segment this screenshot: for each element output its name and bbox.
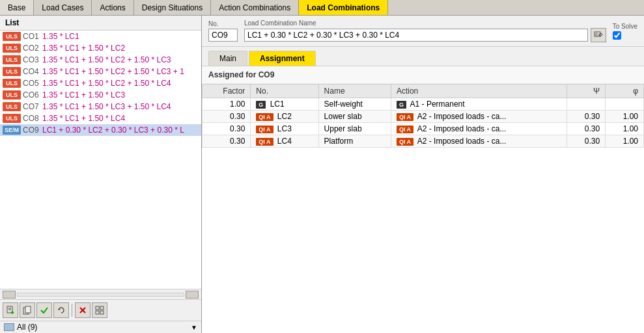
tab-action-combinations[interactable]: Action Combinations [211, 0, 299, 15]
tab-actions[interactable]: Actions [92, 0, 133, 15]
list-item[interactable]: ULS CO3 1.35 * LC1 + 1.50 * LC2 + 1.50 *… [0, 54, 201, 66]
psi-cell: 0.30 [567, 135, 606, 148]
left-toolbar [0, 299, 201, 321]
action-cell: QI A A2 - Imposed loads - ca... [391, 111, 567, 123]
list-item[interactable]: ULS CO2 1.35 * LC1 + 1.50 * LC2 [0, 42, 201, 54]
no-label: No. [208, 20, 238, 27]
co-label: CO4 [23, 67, 41, 76]
co-label: CO1 [23, 32, 41, 41]
badge-uls: ULS [3, 90, 21, 100]
col-header-action: Action [391, 85, 567, 98]
list-item[interactable]: ULS CO4 1.35 * LC1 + 1.50 * LC2 + 1.50 *… [0, 66, 201, 77]
table-row[interactable]: 0.30 QI A LC2 Lower slab QI A A2 - Impos… [203, 111, 644, 123]
co-formula: 1.35 * LC1 + 1.50 * LC4 [42, 114, 125, 123]
list-item[interactable]: ULS CO1 1.35 * LC1 [0, 31, 201, 42]
table-row[interactable]: 0.30 QI A LC3 Upper slab QI A A2 - Impos… [203, 123, 644, 135]
svg-rect-10 [96, 306, 99, 310]
combination-name-value[interactable]: LC1 + 0.30 * LC2 + 0.30 * LC3 + 0.30 * L… [244, 29, 588, 42]
no-field-group: No. CO9 [208, 20, 238, 42]
psi-cell: 0.30 [567, 111, 606, 123]
sub-tab-main[interactable]: Main [208, 51, 247, 66]
factor-cell: 1.00 [203, 98, 251, 111]
col-header-name: Name [318, 85, 391, 98]
svg-rect-12 [96, 311, 99, 314]
copy-item-btn[interactable] [20, 302, 35, 318]
co-formula: 1.35 * LC1 + 1.50 * LC2 [42, 44, 125, 53]
co-label: CO3 [23, 55, 41, 64]
top-section: No. CO9 Load Combination Name LC1 + 0.30… [202, 16, 644, 47]
toolbar-separator [72, 304, 72, 317]
delete-btn[interactable] [75, 302, 91, 318]
badge-uls: ULS [3, 102, 21, 111]
svg-rect-13 [100, 311, 104, 314]
refresh-btn[interactable] [53, 302, 69, 318]
left-panel: List ULS CO1 1.35 * LC1 ULS CO2 1.35 * L… [0, 16, 202, 333]
list-item[interactable]: ULS CO8 1.35 * LC1 + 1.50 * LC4 [0, 113, 201, 124]
badge-uls: ULS [3, 79, 21, 88]
badge-uls: ULS [3, 114, 21, 123]
assignment-table-container: Factor No. Name Action Ψ φ 1.00 G LC [202, 84, 644, 333]
combination-name-field-group: Load Combination Name LC1 + 0.30 * LC2 +… [244, 20, 606, 42]
list-item-selected[interactable]: SE/M CO9 LC1 + 0.30 * LC2 + 0.30 * LC3 +… [0, 124, 201, 136]
badge-uls: ULS [3, 67, 21, 76]
co-label: CO5 [23, 79, 41, 88]
co-formula: LC1 + 0.30 * LC2 + 0.30 * LC3 + 0.30 * L [42, 126, 184, 135]
lc-badge-g: G [256, 101, 266, 109]
phi-cell [606, 98, 644, 111]
to-solve-checkbox[interactable] [613, 31, 621, 40]
name-cell: Self-weight [318, 98, 391, 111]
left-scrollbar[interactable] [0, 289, 201, 299]
badge-uls: ULS [3, 44, 21, 53]
action-cell: QI A A2 - Imposed loads - ca... [391, 135, 567, 148]
factor-cell: 0.30 [203, 135, 251, 148]
table-row[interactable]: 1.00 G LC1 Self-weight G A1 - Permanent [203, 98, 644, 111]
svg-rect-6 [25, 306, 31, 313]
tab-load-cases[interactable]: Load Cases [34, 0, 92, 15]
badge-sem: SE/M [3, 126, 21, 135]
co-formula: 1.35 * LC1 + 1.50 * LC2 + 1.50 * LC3 [42, 55, 171, 64]
col-header-no: No. [251, 85, 318, 98]
col-header-phi: φ [606, 85, 644, 98]
factor-cell: 0.30 [203, 111, 251, 123]
right-panel: No. CO9 Load Combination Name LC1 + 0.30… [202, 16, 644, 333]
tab-load-combinations[interactable]: Load Combinations [299, 0, 388, 15]
lc-cell: QI A LC3 [251, 123, 318, 135]
co-label: CO6 [23, 90, 41, 100]
check-btn[interactable] [36, 302, 52, 318]
sub-tab-assignment[interactable]: Assignment [249, 51, 316, 66]
lc-cell: QI A LC4 [251, 135, 318, 148]
phi-cell: 1.00 [606, 123, 644, 135]
psi-cell [567, 98, 606, 111]
phi-cell: 1.00 [606, 135, 644, 148]
list-item[interactable]: ULS CO6 1.35 * LC1 + 1.50 * LC3 [0, 89, 201, 101]
lc-badge-qia: QI A [256, 126, 273, 133]
list-item[interactable]: ULS CO7 1.35 * LC1 + 1.50 * LC3 + 1.50 *… [0, 101, 201, 113]
col-header-psi: Ψ [567, 85, 606, 98]
co-label: CO2 [23, 44, 41, 53]
svg-rect-11 [100, 306, 104, 310]
assignment-table: Factor No. Name Action Ψ φ 1.00 G LC [202, 84, 644, 148]
action-badge-qia: QI A [397, 113, 413, 121]
all-label: All (9) [17, 323, 191, 332]
combination-name-label: Load Combination Name [244, 20, 606, 27]
to-solve-checkbox-row [613, 31, 621, 40]
tab-design-situations[interactable]: Design Situations [134, 0, 211, 15]
list-item[interactable]: ULS CO5 1.35 * LC1 + 1.50 * LC2 + 1.50 *… [0, 77, 201, 89]
action-cell: QI A A2 - Imposed loads - ca... [391, 123, 567, 135]
layout-btn[interactable] [92, 302, 107, 318]
main-layout: List ULS CO1 1.35 * LC1 ULS CO2 1.35 * L… [0, 16, 644, 333]
psi-cell: 0.30 [567, 123, 606, 135]
tab-bar: Base Load Cases Actions Design Situation… [0, 0, 644, 16]
co-formula: 1.35 * LC1 + 1.50 * LC3 [42, 90, 125, 100]
all-selector[interactable]: All (9) ▼ [0, 321, 201, 333]
assignment-header: Assigned for CO9 [202, 66, 644, 84]
co-formula: 1.35 * LC1 + 1.50 * LC3 + 1.50 * LC4 [42, 102, 171, 111]
to-solve-label: To Solve [613, 23, 637, 30]
badge-uls: ULS [3, 55, 21, 64]
edit-formula-btn[interactable] [591, 28, 606, 42]
table-row[interactable]: 0.30 QI A LC4 Platform QI A A2 - Imposed… [203, 135, 644, 148]
new-item-btn[interactable] [3, 302, 18, 318]
dropdown-arrow-icon[interactable]: ▼ [191, 324, 197, 331]
tab-base[interactable]: Base [0, 0, 34, 15]
action-cell: G A1 - Permanent [391, 98, 567, 111]
